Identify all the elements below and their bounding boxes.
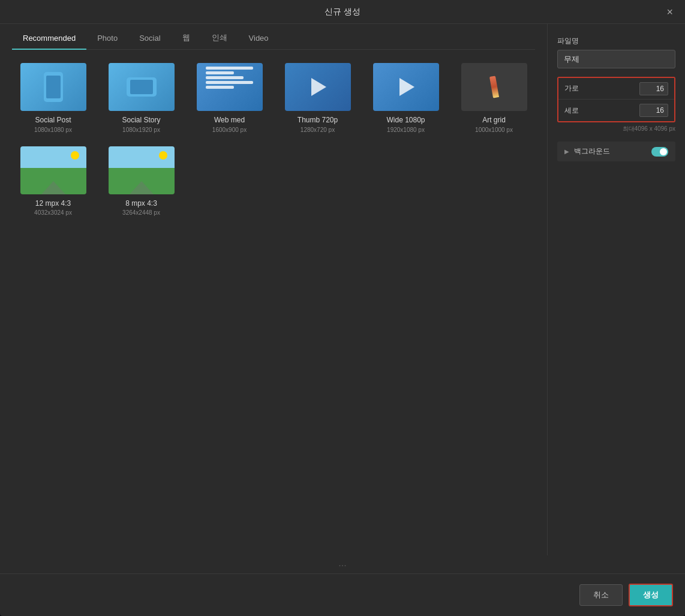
template-name-thumb720: Thumb 720p [298, 116, 338, 125]
template-size-social-story: 1080x1920 px [122, 127, 160, 133]
template-thumb-8mpx [109, 146, 175, 194]
tab-print[interactable]: 인쇄 [201, 24, 238, 49]
dialog-overlay: 신규 생성 × Recommended Photo Social [0, 0, 685, 616]
close-button[interactable]: × [663, 5, 677, 19]
template-name-art-grid: Art grid [482, 116, 506, 125]
right-panel: 파일명 가로 세로 최대4096 x [547, 24, 685, 555]
template-name-8mpx: 8 mpx 4:3 [125, 199, 157, 209]
dimensions-field: 가로 세로 최대4096 x 4096 px [557, 77, 675, 133]
tab-recommended[interactable]: Recommended [12, 24, 86, 49]
filename-input[interactable] [557, 50, 675, 68]
width-label: 가로 [564, 83, 639, 94]
create-button[interactable]: 생성 [629, 584, 673, 606]
template-size-web-med: 1600x900 px [212, 127, 247, 133]
template-size-12mpx: 4032x3024 px [34, 209, 72, 216]
cancel-button[interactable]: 취소 [579, 584, 623, 606]
template-social-story[interactable]: Social Story 1080x1920 px [100, 59, 182, 137]
template-thumb-720p[interactable]: Thumb 720p 1280x720 px [277, 59, 359, 137]
template-name-12mpx: 12 mpx 4:3 [35, 199, 71, 209]
sun-icon-8mpx [159, 151, 167, 160]
template-web-med[interactable]: Web med 1600x900 px [188, 59, 271, 137]
max-size-info: 최대4096 x 4096 px [557, 125, 675, 133]
height-input[interactable] [639, 104, 668, 117]
width-row: 가로 [558, 78, 674, 100]
pencil-icon [489, 76, 498, 98]
template-grid: Social Post 1080x1080 px Social Story 10… [12, 59, 535, 232]
phone-screen [46, 76, 61, 98]
filename-label: 파일명 [557, 36, 675, 46]
filename-field: 파일명 [557, 36, 675, 68]
template-thumb-12mpx [20, 146, 86, 194]
template-thumb-art-grid [461, 63, 527, 111]
template-thumb-social-post [20, 63, 86, 111]
template-thumb-thumb720 [285, 63, 351, 111]
tab-video[interactable]: Video [238, 24, 280, 49]
mountain-icon-8mpx [130, 181, 154, 194]
template-name-social-story: Social Story [122, 116, 160, 125]
dialog-footer: 취소 생성 [0, 573, 685, 616]
dimensions-box: 가로 세로 [557, 77, 675, 122]
dialog-body: Recommended Photo Social 웹 인쇄 [0, 24, 685, 555]
phone-landscape-icon [127, 77, 157, 97]
template-social-post[interactable]: Social Post 1080x1080 px [12, 59, 94, 137]
height-label: 세로 [564, 106, 639, 116]
play-icon-wide [399, 78, 414, 96]
left-panel: Recommended Photo Social 웹 인쇄 [0, 24, 547, 555]
template-size-thumb720: 1280x720 px [301, 127, 335, 133]
background-toggle[interactable] [651, 147, 668, 157]
mountain-icon-12mpx [41, 181, 65, 194]
template-thumb-social-story [109, 63, 175, 111]
template-name-social-post: Social Post [35, 116, 71, 125]
template-thumb-wide1080 [373, 63, 439, 111]
dialog-header: 신규 생성 × [0, 0, 685, 24]
height-row: 세로 [558, 100, 674, 121]
template-name-web-med: Web med [214, 116, 245, 125]
web-lines-icon [206, 67, 253, 89]
width-input[interactable] [639, 82, 668, 95]
phone-portrait-icon [44, 72, 63, 102]
chevron-icon: ▶ [564, 148, 569, 155]
template-8mpx[interactable]: 8 mpx 4:3 3264x2448 px [100, 143, 182, 220]
tab-web[interactable]: 웹 [172, 24, 201, 49]
toggle-knob [660, 148, 667, 155]
tab-photo[interactable]: Photo [86, 24, 128, 49]
template-size-art-grid: 1000x1000 px [475, 127, 513, 133]
background-section[interactable]: ▶ 백그라운드 [557, 142, 675, 161]
dots-indicator: ... [0, 555, 685, 573]
template-12mpx[interactable]: 12 mpx 4:3 4032x3024 px [12, 143, 94, 220]
template-size-wide1080: 1920x1080 px [387, 127, 425, 133]
play-icon [311, 78, 326, 96]
phone-screen-l [130, 80, 153, 94]
sun-icon-12mpx [71, 151, 79, 160]
template-wide-1080p[interactable]: Wide 1080p 1920x1080 px [365, 59, 447, 137]
tab-bar: Recommended Photo Social 웹 인쇄 [12, 24, 535, 50]
template-size-social-post: 1080x1080 px [34, 127, 72, 133]
template-thumb-web-med [197, 63, 263, 111]
tab-social[interactable]: Social [128, 24, 171, 49]
dialog-title: 신규 생성 [325, 7, 360, 17]
background-label: 백그라운드 [574, 146, 651, 157]
template-size-8mpx: 3264x2448 px [122, 209, 160, 216]
new-file-dialog: 신규 생성 × Recommended Photo Social [0, 0, 685, 616]
template-art-grid[interactable]: Art grid 1000x1000 px [453, 59, 535, 137]
template-name-wide1080: Wide 1080p [386, 116, 425, 125]
